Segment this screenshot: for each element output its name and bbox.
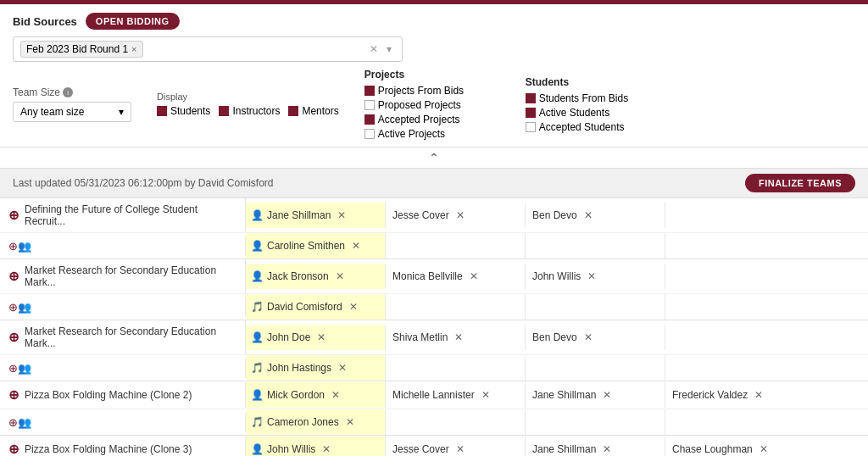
- instructor-name: Mick Gordon: [267, 389, 325, 401]
- remove-student-btn[interactable]: ✕: [603, 389, 611, 401]
- student-name: Ben Devo: [532, 209, 577, 221]
- instructor-cell: 👤 Jane Shillman ✕: [246, 203, 386, 228]
- active-students-checkbox[interactable]: Active Students: [526, 107, 678, 119]
- add-student-icon[interactable]: ⊕: [8, 330, 19, 345]
- active-projects-icon: [364, 129, 375, 139]
- remove-instructor-btn[interactable]: ✕: [337, 209, 346, 221]
- remove-student-btn[interactable]: ✕: [754, 389, 763, 401]
- project-group-2: ⊕ Market Research for Secondary Educatio…: [0, 259, 868, 320]
- remove-student-btn[interactable]: ✕: [454, 331, 463, 343]
- student-cell-2: John Willis ✕: [526, 264, 665, 289]
- remove-student-btn[interactable]: ✕: [587, 270, 596, 282]
- projects-from-bids-checkbox[interactable]: Projects From Bids: [364, 85, 500, 97]
- display-mentors-checkbox[interactable]: Mentors: [288, 105, 338, 117]
- project-name: Market Research for Secondary Education …: [25, 325, 236, 349]
- remove-student-btn[interactable]: ✕: [481, 389, 490, 401]
- extra-cell: [665, 212, 801, 219]
- team-size-section: Team Size i Any team size ▾: [13, 86, 131, 122]
- student-cell-1: Jesse Cover ✕: [386, 437, 526, 456]
- extra-cell: [665, 334, 801, 341]
- project-group-5: ⊕ Pizza Box Folding Machine (Clone 3) 👤 …: [0, 436, 868, 456]
- remove-student-btn[interactable]: ✕: [760, 443, 768, 455]
- instructor-name: John Willis: [267, 443, 315, 455]
- team-size-select[interactable]: Any team size ▾: [13, 102, 131, 122]
- add-student-icon[interactable]: ⊕: [8, 387, 19, 403]
- student-cell-2: Jane Shillman ✕: [526, 382, 665, 408]
- instructor-cell: 👤 Mick Gordon ✕: [246, 382, 386, 408]
- remove-instructor-btn[interactable]: ✕: [331, 389, 340, 401]
- collapse-bar[interactable]: ⌃: [0, 147, 868, 169]
- project-name: Pizza Box Folding Machine (Clone 2): [25, 389, 192, 401]
- team-size-value: Any team size: [20, 106, 84, 118]
- project-name-cell: ⊕ Market Research for Secondary Educatio…: [0, 320, 246, 354]
- remove-student-btn[interactable]: ✕: [584, 331, 593, 343]
- collapse-icon: ⌃: [429, 151, 439, 164]
- sub-instructor-cell: 👤 Caroline Smithen ✕: [246, 233, 386, 259]
- empty-cell: [526, 409, 665, 435]
- team-size-info-icon[interactable]: i: [63, 87, 73, 97]
- add-group-icon[interactable]: ⊕👥: [8, 416, 31, 429]
- bid-dropdown-icon[interactable]: ▾: [383, 43, 395, 55]
- remove-student-btn[interactable]: ✕: [456, 443, 465, 455]
- instructor-icon: 👤: [251, 331, 264, 343]
- student-cell-1: Michelle Lannister ✕: [386, 382, 526, 408]
- remove-sub-instructor-btn[interactable]: ✕: [346, 416, 354, 428]
- bid-tag: Feb 2023 Bid Round 1 ×: [20, 41, 143, 58]
- bid-clear-icon[interactable]: ✕: [366, 43, 381, 55]
- add-group-icon[interactable]: ⊕👥: [8, 301, 31, 314]
- instructor-icon: 👤: [251, 240, 264, 252]
- remove-sub-instructor-btn[interactable]: ✕: [349, 301, 358, 313]
- remove-instructor-btn[interactable]: ✕: [336, 270, 344, 282]
- student-name: Michelle Lannister: [392, 389, 475, 401]
- extra-cell: Frederick Valdez ✕: [665, 386, 801, 404]
- remove-student-btn[interactable]: ✕: [584, 209, 593, 221]
- remove-student-btn[interactable]: ✕: [456, 209, 465, 221]
- students-from-bids-checkbox[interactable]: Students From Bids: [526, 92, 678, 104]
- add-group-icon[interactable]: ⊕👥: [8, 240, 31, 253]
- sub-project-cell: ⊕👥: [0, 413, 246, 432]
- remove-sub-instructor-btn[interactable]: ✕: [338, 362, 347, 374]
- team-size-chevron: ▾: [119, 106, 124, 118]
- accepted-students-checkbox[interactable]: Accepted Students: [526, 121, 678, 133]
- instructor-cell: 👤 John Willis ✕: [246, 437, 386, 456]
- sub-row: ⊕👥 🎵 Cameron Jones ✕: [0, 409, 868, 435]
- add-student-icon[interactable]: ⊕: [8, 442, 19, 456]
- project-name-cell: ⊕ Pizza Box Folding Machine (Clone 2): [0, 382, 246, 408]
- active-projects-checkbox[interactable]: Active Projects: [364, 128, 500, 140]
- student-name: Jane Shillman: [532, 389, 596, 401]
- students-title: Students: [526, 76, 678, 88]
- bid-tag-remove[interactable]: ×: [131, 44, 136, 54]
- remove-student-btn[interactable]: ✕: [603, 443, 611, 455]
- table-row: ⊕ Defining the Future of College Student…: [0, 198, 868, 232]
- bid-input-box[interactable]: Feb 2023 Bid Round 1 × ✕ ▾: [13, 36, 403, 62]
- student-name: Ben Devo: [532, 331, 577, 343]
- table-header-bar: Last updated 05/31/2023 06:12:00pm by Da…: [0, 169, 868, 198]
- bid-sources-label: Bid Sources: [13, 15, 77, 28]
- remove-student-btn[interactable]: ✕: [470, 270, 478, 282]
- sub-instructor-cell: 🎵 John Hastings ✕: [246, 355, 386, 381]
- remove-instructor-btn[interactable]: ✕: [322, 443, 331, 455]
- student-name: John Willis: [532, 270, 581, 282]
- add-group-icon[interactable]: ⊕👥: [8, 362, 31, 375]
- header-panel: Bid Sources OPEN BIDDING Feb 2023 Bid Ro…: [0, 4, 868, 147]
- open-bidding-button[interactable]: OPEN BIDDING: [86, 13, 180, 30]
- add-student-icon[interactable]: ⊕: [8, 208, 19, 223]
- instructor-name: Caroline Smithen: [267, 240, 345, 252]
- display-students-checkbox[interactable]: Students: [157, 105, 210, 117]
- accepted-projects-checkbox[interactable]: Accepted Projects: [364, 114, 500, 125]
- project-name: Market Research for Secondary Education …: [25, 264, 236, 288]
- project-name-cell: ⊕ Pizza Box Folding Machine (Clone 3): [0, 437, 246, 456]
- proposed-projects-checkbox[interactable]: Proposed Projects: [364, 99, 500, 111]
- instructor-icon: 🎵: [251, 301, 264, 313]
- sub-row: ⊕👥 👤 Caroline Smithen ✕: [0, 232, 868, 259]
- display-instructors-checkbox[interactable]: Instructors: [219, 105, 280, 117]
- instructors-check-icon: [219, 106, 229, 116]
- remove-instructor-btn[interactable]: ✕: [317, 331, 326, 343]
- sub-instructor-cell: 🎵 David Comisford ✕: [246, 294, 386, 320]
- student-name: Frederick Valdez: [672, 389, 748, 401]
- add-student-icon[interactable]: ⊕: [8, 269, 19, 284]
- sub-row: ⊕👥 🎵 John Hastings ✕: [0, 354, 868, 381]
- project-name: Defining the Future of College Student R…: [25, 203, 236, 227]
- finalize-button[interactable]: FINALIZE TEAMS: [745, 174, 855, 192]
- remove-sub-instructor-btn[interactable]: ✕: [352, 240, 360, 252]
